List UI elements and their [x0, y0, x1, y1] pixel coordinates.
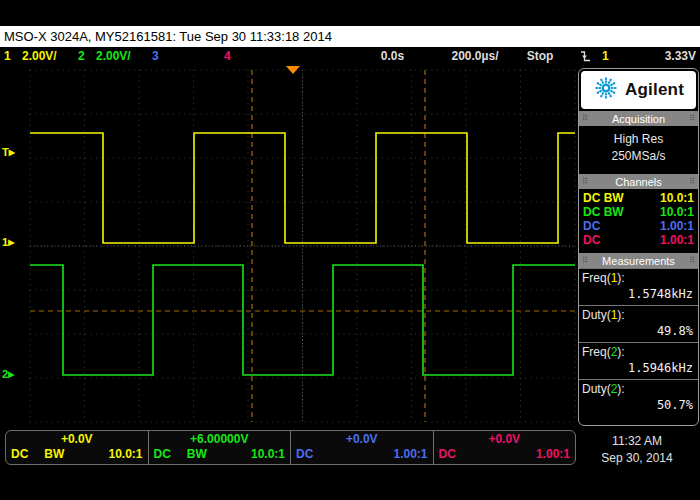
trigger-position-icon[interactable]	[286, 66, 300, 74]
grip-icon: ⠿	[689, 174, 695, 189]
marker-arrow-icon: ▶	[8, 238, 14, 247]
grip-icon: ⠿	[582, 174, 588, 189]
waveform-ch1	[30, 133, 575, 243]
run-state[interactable]: Stop	[515, 47, 565, 65]
agilent-logo-icon	[593, 75, 619, 105]
ch2-scale[interactable]: 2.00V/	[96, 47, 131, 65]
acquisition-mode: High Res	[579, 131, 698, 148]
ch2-status-box[interactable]: +6.00000V DCBW10.0:1	[149, 431, 292, 464]
acquisition-info: High Res 250MSa/s	[579, 126, 698, 174]
sample-rate: 250MSa/s	[579, 148, 698, 165]
measurements-header[interactable]: ⠿ Measurements ⠿	[579, 253, 698, 268]
measurement-value: 50.7%	[579, 397, 698, 414]
settings-bar: 1 2.00V/ 2 2.00V/ 3 4 0.0s 200.0µs/ Stop…	[0, 47, 700, 65]
ch1-offset: +0.0V	[11, 432, 143, 447]
channel-list: DC BW10.0:1 DC BW10.0:1 DC1.00:1 DC1.00:…	[579, 189, 698, 253]
time-text: 11:32 AM	[578, 433, 696, 450]
channel-row-4: DC1.00:1	[579, 233, 698, 247]
grip-icon: ⠿	[689, 253, 695, 268]
measurement-freq2: Freq(2): 1.5946kHz	[579, 342, 698, 379]
trigger-source[interactable]: 1	[602, 47, 609, 65]
brand-name: Agilent	[625, 80, 684, 100]
ch2-number[interactable]: 2	[78, 47, 85, 65]
measurement-value: 1.5748kHz	[579, 286, 698, 303]
ch4-offset: +0.0V	[439, 432, 571, 447]
acquisition-header[interactable]: ⠿ Acquisition ⠿	[579, 111, 698, 126]
brand-box: Agilent	[581, 71, 696, 109]
clock: 11:32 AM Sep 30, 2014	[578, 433, 696, 467]
title-bar: MSO-X 3024A, MY52161581: Tue Sep 30 11:3…	[0, 26, 700, 47]
grip-icon: ⠿	[689, 111, 695, 126]
horizontal-delay[interactable]: 0.0s	[365, 47, 420, 65]
date-text: Sep 30, 2014	[578, 450, 696, 467]
ch1-number[interactable]: 1	[4, 47, 11, 65]
waveform-display: T▶ 1▶ 2▶	[0, 65, 576, 425]
channel-row-2: DC BW10.0:1	[579, 205, 698, 219]
channel-status-bar: +0.0V DCBW10.0:1 +6.00000V DCBW10.0:1 +0…	[5, 430, 576, 465]
waveform-ch2	[30, 265, 575, 375]
trigger-level[interactable]: 3.33V	[630, 47, 696, 65]
marker-arrow-icon: ▶	[9, 148, 15, 157]
measurement-freq1: Freq(1): 1.5748kHz	[579, 268, 698, 305]
ch3-status-box[interactable]: +0.0V DC1.00:1	[291, 431, 434, 464]
grip-icon: ⠿	[582, 253, 588, 268]
ch2-offset: +6.00000V	[154, 432, 286, 447]
ch1-status-box[interactable]: +0.0V DCBW10.0:1	[6, 431, 149, 464]
measurement-value: 49.8%	[579, 323, 698, 340]
ch2-ground-marker[interactable]: 2▶	[2, 368, 14, 381]
oscilloscope-screen: MSO-X 3024A, MY52161581: Tue Sep 30 11:3…	[0, 0, 700, 500]
channels-header[interactable]: ⠿ Channels ⠿	[579, 174, 698, 189]
measurement-duty1: Duty(1): 49.8%	[579, 305, 698, 342]
ch4-number[interactable]: 4	[224, 47, 231, 65]
trigger-level-marker[interactable]: T▶	[2, 146, 15, 159]
marker-arrow-icon: ▶	[8, 370, 14, 379]
channel-row-3: DC1.00:1	[579, 219, 698, 233]
info-sidebar: Agilent ⠿ Acquisition ⠿ High Res 250MSa/…	[578, 68, 699, 426]
ch4-status-box[interactable]: +0.0V DC1.00:1	[434, 431, 576, 464]
ch3-offset: +0.0V	[296, 432, 428, 447]
ch3-number[interactable]: 3	[152, 47, 159, 65]
trigger-slope-icon	[580, 50, 591, 68]
ch1-scale[interactable]: 2.00V/	[22, 47, 57, 65]
measurement-value: 1.5946kHz	[579, 360, 698, 377]
graticule-and-traces	[0, 65, 576, 425]
grip-icon: ⠿	[582, 111, 588, 126]
timebase-scale[interactable]: 200.0µs/	[435, 47, 515, 65]
channel-row-1: DC BW10.0:1	[579, 191, 698, 205]
measurement-duty2: Duty(2): 50.7%	[579, 379, 698, 416]
ch1-ground-marker[interactable]: 1▶	[2, 236, 14, 249]
